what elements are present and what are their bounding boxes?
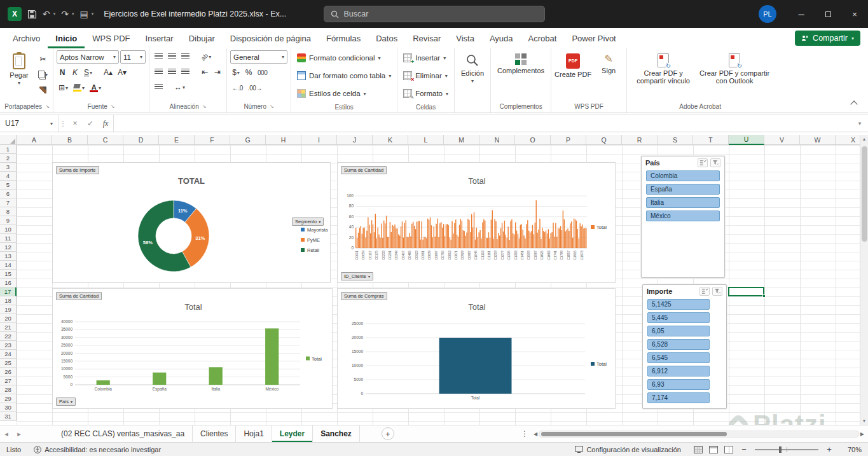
conditional-formatting-button[interactable]: Formato condicional ▾ bbox=[294, 50, 383, 66]
zoom-slider[interactable] bbox=[755, 449, 818, 450]
slicer-item-m-xico[interactable]: México bbox=[646, 211, 720, 221]
accessibility-status[interactable]: Accesibilidad: es necesario investigar bbox=[27, 443, 167, 456]
scroll-right-icon[interactable]: ▶ bbox=[860, 431, 864, 437]
slicer-item-5-445[interactable]: 5,445 bbox=[647, 312, 710, 323]
row-header-20[interactable]: 20 bbox=[0, 314, 17, 323]
column-header-B[interactable]: B bbox=[52, 135, 88, 145]
bold-button[interactable]: N bbox=[57, 66, 68, 79]
sign-button[interactable]: ✎ Sign bbox=[594, 50, 623, 100]
scroll-left-icon[interactable]: ◀ bbox=[534, 431, 537, 437]
row-header-26[interactable]: 26 bbox=[0, 368, 17, 377]
pivot-field-button-suma-de-cantidad[interactable]: Suma de Cantidad bbox=[341, 166, 387, 174]
user-avatar[interactable]: PL bbox=[759, 5, 776, 23]
ribbon-tab-acrobat[interactable]: Acrobat bbox=[521, 28, 565, 48]
format-as-table-button[interactable]: Dar formato como tabla ▾ bbox=[294, 68, 394, 83]
pivot-chart-3[interactable]: Total05000100001500020000250003000035000… bbox=[52, 288, 333, 409]
undo-button[interactable]: ↶ bbox=[43, 9, 50, 19]
search-input[interactable]: Buscar bbox=[324, 6, 545, 22]
row-header-6[interactable]: 6 bbox=[0, 190, 17, 198]
font-size-select[interactable]: 11▾ bbox=[120, 50, 146, 64]
underline-button[interactable]: S▾ bbox=[82, 66, 94, 79]
increase-font-size-button[interactable]: A▴ bbox=[102, 66, 114, 79]
pivot-field-button-suma-de-cantidad[interactable]: Suma de Cantidad bbox=[56, 292, 102, 300]
slicer-item-6-545[interactable]: 6,545 bbox=[647, 352, 710, 363]
column-header-J[interactable]: J bbox=[337, 135, 373, 145]
row-header-23[interactable]: 23 bbox=[0, 341, 17, 350]
row-header-24[interactable]: 24 bbox=[0, 350, 17, 359]
slicer-item-colombia[interactable]: Colombia bbox=[646, 170, 720, 181]
formula-bar-options-icon[interactable]: ⋮ bbox=[59, 120, 67, 128]
column-header-P[interactable]: P bbox=[551, 135, 586, 145]
row-header-17[interactable]: 17 bbox=[0, 287, 17, 296]
slicer-item-6-912[interactable]: 6,912 bbox=[647, 366, 710, 377]
column-header-E[interactable]: E bbox=[159, 135, 195, 145]
percent-style-button[interactable]: % bbox=[243, 66, 254, 79]
redo-dropdown-icon[interactable]: ▾ bbox=[72, 11, 74, 17]
column-header-X[interactable]: X bbox=[836, 135, 860, 145]
vertical-scroll-thumb[interactable] bbox=[862, 146, 867, 242]
undo-dropdown-icon[interactable]: ▾ bbox=[53, 11, 56, 17]
editing-button[interactable]: Edición ▾ bbox=[458, 50, 487, 100]
sheet-nav-right-icon[interactable]: ▸ bbox=[13, 425, 25, 442]
align-top-button[interactable] bbox=[153, 50, 165, 63]
expand-formula-bar-icon[interactable]: ▾ bbox=[851, 120, 868, 127]
row-header-9[interactable]: 9 bbox=[0, 216, 17, 225]
slicer-importe[interactable]: Importe5,14255,4456,056,5286,5456,9126,9… bbox=[642, 284, 727, 409]
merge-center-button[interactable]: ↔▾ bbox=[172, 81, 187, 93]
decrease-indent-button[interactable]: ⇤ bbox=[199, 66, 210, 78]
row-header-22[interactable]: 22 bbox=[0, 332, 17, 341]
column-header-M[interactable]: M bbox=[444, 135, 479, 145]
number-format-select[interactable]: General▾ bbox=[230, 50, 287, 64]
row-header-12[interactable]: 12 bbox=[0, 243, 17, 252]
enter-button[interactable]: ✓ bbox=[83, 119, 98, 128]
font-color-button[interactable]: A▾ bbox=[88, 81, 103, 94]
wrap-text-button[interactable] bbox=[153, 81, 165, 93]
row-header-25[interactable]: 25 bbox=[0, 359, 17, 368]
column-header-N[interactable]: N bbox=[479, 135, 515, 145]
row-header-19[interactable]: 19 bbox=[0, 305, 17, 314]
zoom-slider-thumb[interactable] bbox=[779, 446, 782, 453]
name-box[interactable]: U17 ▾ bbox=[0, 115, 59, 132]
delete-cells-button[interactable]: × Eliminar ▾ bbox=[401, 68, 450, 83]
increase-decimal-button[interactable]: ←.0 bbox=[230, 81, 245, 94]
font-name-select[interactable]: Aptos Narrow▾ bbox=[57, 50, 119, 64]
row-header-5[interactable]: 5 bbox=[0, 181, 17, 190]
sheet-tab-hoja1[interactable]: Hoja1 bbox=[236, 425, 272, 442]
dialog-launcher-icon[interactable]: ↘ bbox=[45, 104, 50, 109]
pivot-field-button-suma-de-compras[interactable]: Suma de Compras bbox=[341, 292, 387, 300]
slicer-item-6-528[interactable]: 6,528 bbox=[647, 339, 710, 350]
fill-color-button[interactable]: ▾ bbox=[71, 81, 86, 94]
horizontal-scrollbar[interactable]: ◀ ▶ bbox=[534, 425, 864, 442]
format-cells-button[interactable]: ✎ Formato ▾ bbox=[401, 86, 451, 101]
scroll-down-icon[interactable]: ▼ bbox=[860, 417, 868, 425]
sheet-tab-leyder[interactable]: Leyder bbox=[272, 425, 313, 442]
column-header-Q[interactable]: Q bbox=[586, 135, 622, 145]
increase-indent-button[interactable]: ⇥ bbox=[212, 66, 223, 78]
customize-quick-access-button[interactable]: ▤ bbox=[80, 9, 88, 19]
accounting-format-button[interactable]: $▾ bbox=[230, 66, 242, 79]
row-header-15[interactable]: 15 bbox=[0, 270, 17, 279]
row-header-29[interactable]: 29 bbox=[0, 394, 17, 403]
sheet-tab-02-rec-clas-ventas-masivas-aa[interactable]: (02 REC CLAS) ventas_masivas_aa bbox=[53, 425, 193, 442]
column-header-D[interactable]: D bbox=[123, 135, 159, 145]
borders-button[interactable]: ⊞▾ bbox=[57, 81, 70, 94]
fill-handle[interactable] bbox=[762, 294, 766, 298]
row-header-2[interactable]: 2 bbox=[0, 154, 17, 163]
slicer-pa-s[interactable]: PaísColombiaEspañaItaliaMéxico bbox=[641, 156, 725, 278]
column-header-H[interactable]: H bbox=[266, 135, 301, 145]
page-layout-view-button[interactable] bbox=[709, 446, 718, 453]
orientation-button[interactable]: ab▾ bbox=[199, 50, 213, 63]
add-sheet-button[interactable]: + bbox=[382, 427, 394, 440]
column-header-C[interactable]: C bbox=[88, 135, 123, 145]
align-bottom-button[interactable] bbox=[179, 50, 191, 63]
select-all-button[interactable] bbox=[0, 135, 17, 145]
clear-filter-icon[interactable] bbox=[712, 287, 722, 296]
ribbon-tab-archivo[interactable]: Archivo bbox=[5, 28, 48, 48]
column-header-W[interactable]: W bbox=[800, 135, 836, 145]
ribbon-tab-datos[interactable]: Datos bbox=[368, 28, 405, 48]
row-header-28[interactable]: 28 bbox=[0, 385, 17, 394]
addins-button[interactable]: Complementos bbox=[494, 50, 548, 100]
row-header-14[interactable]: 14 bbox=[0, 261, 17, 270]
cut-button[interactable]: ✂ bbox=[36, 53, 50, 66]
pivot-field-button-segmento[interactable]: Segmento▾ bbox=[292, 218, 324, 226]
